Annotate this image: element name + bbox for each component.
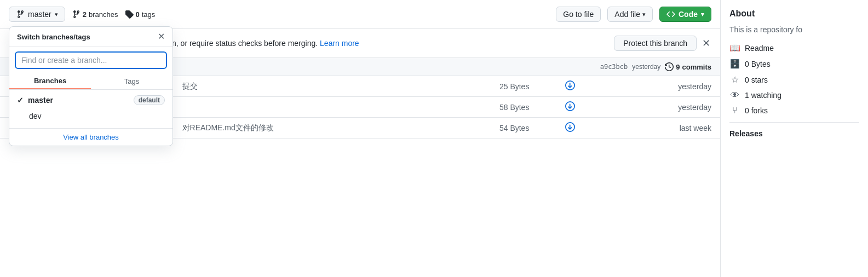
bytes-label: 0 Bytes — [745, 60, 771, 68]
commits-label: commits — [682, 63, 711, 71]
file-size: 58 Bytes — [428, 97, 538, 118]
sidebar-watching[interactable]: 👁 1 watching — [729, 90, 859, 100]
upload-icon-cell — [538, 118, 602, 138]
tab-branches[interactable]: Branches — [9, 73, 91, 89]
branch-item-master[interactable]: ✓ master default — [9, 92, 173, 108]
upload-icon — [565, 80, 575, 90]
file-commit-msg — [174, 97, 428, 118]
commit-hash: a9c3bcb — [600, 63, 628, 71]
code-label: Code — [679, 10, 698, 19]
book-icon: 📖 — [729, 43, 740, 53]
close-protect-banner-button[interactable]: ✕ — [701, 37, 711, 49]
check-icon: ✓ — [17, 96, 24, 105]
about-title: About — [729, 9, 859, 19]
default-badge: default — [134, 95, 165, 105]
file-time: yesterday — [602, 76, 720, 97]
upload-icon-cell — [538, 97, 602, 118]
sidebar-bytes: 🗄️ 0 Bytes — [729, 59, 859, 69]
upload-icon — [565, 122, 575, 132]
code-icon — [666, 10, 675, 19]
dropdown-close-button[interactable]: ✕ — [158, 32, 165, 41]
sidebar-readme[interactable]: 📖 Readme — [729, 43, 859, 53]
branches-icon — [72, 10, 81, 19]
file-size: 54 Bytes — [428, 118, 538, 138]
eye-icon: 👁 — [729, 90, 740, 100]
add-file-button[interactable]: Add file ▾ — [607, 7, 653, 22]
branch-selector-button[interactable]: master ▾ — [9, 7, 65, 22]
about-sidebar: About This is a repository fo 📖 Readme 🗄… — [720, 0, 868, 277]
file-time: last week — [602, 118, 720, 138]
file-commit-msg: 提交 — [174, 76, 428, 97]
branches-text: branches — [89, 10, 118, 19]
file-commit-msg: 对README.md文件的修改 — [174, 118, 428, 138]
releases-title: Releases — [729, 129, 859, 138]
branch-item-name: dev — [29, 112, 42, 120]
commit-time: yesterday — [632, 63, 660, 71]
commits-count: 9 — [676, 63, 680, 71]
view-all-branches-link[interactable]: View all branches — [9, 128, 173, 146]
sidebar-divider — [729, 122, 859, 123]
branch-search-input[interactable] — [15, 51, 167, 69]
commits-link[interactable]: 9 commits — [665, 62, 711, 71]
add-file-chevron-icon: ▾ — [642, 11, 646, 18]
file-time: yesterday — [602, 97, 720, 118]
code-chevron-icon: ▾ — [701, 11, 704, 18]
sidebar-stars[interactable]: ☆ 0 stars — [729, 74, 859, 85]
sidebar-forks[interactable]: ⑂ 0 forks — [729, 106, 859, 116]
branch-label: master — [28, 10, 51, 19]
go-to-file-button[interactable]: Go to file — [556, 7, 601, 22]
upload-icon — [565, 101, 575, 111]
readme-label: Readme — [745, 44, 774, 53]
branch-item-name: master — [28, 96, 53, 105]
forks-label: 0 forks — [745, 106, 768, 115]
protect-this-branch-button[interactable]: Protect this branch — [614, 36, 697, 51]
tags-text: tags — [142, 10, 156, 19]
stars-label: 0 stars — [745, 76, 768, 84]
learn-more-link[interactable]: Learn more — [320, 39, 359, 48]
database-icon: 🗄️ — [729, 59, 740, 69]
tag-icon — [125, 10, 134, 19]
branch-dropdown: Switch branches/tags ✕ Branches Tags ✓ m… — [9, 26, 173, 146]
branch-item-dev[interactable]: dev — [9, 108, 173, 124]
upload-icon-cell — [538, 76, 602, 97]
about-description: This is a repository fo — [729, 25, 859, 34]
watching-label: 1 watching — [745, 91, 781, 100]
branch-chevron-icon: ▾ — [55, 11, 58, 18]
fork-icon: ⑂ — [729, 106, 740, 116]
file-size: 25 Bytes — [428, 76, 538, 97]
dropdown-title: Switch branches/tags — [17, 33, 90, 41]
branch-icon — [16, 10, 25, 19]
add-file-label: Add file — [614, 10, 640, 19]
tab-tags[interactable]: Tags — [91, 73, 173, 89]
history-icon — [665, 62, 674, 71]
branches-link[interactable]: 2 branches — [72, 10, 118, 19]
branches-count: 2 — [83, 10, 87, 19]
tags-link[interactable]: 0 tags — [125, 10, 156, 19]
code-button[interactable]: Code ▾ — [659, 7, 711, 22]
tags-count: 0 — [136, 10, 140, 19]
star-icon: ☆ — [729, 74, 740, 85]
